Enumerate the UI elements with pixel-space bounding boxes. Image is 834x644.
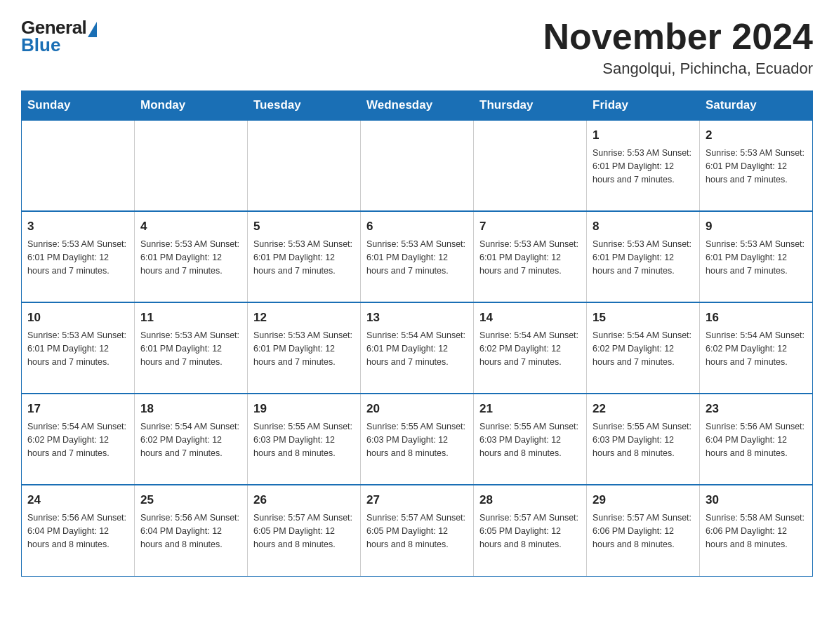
day-info: Sunrise: 5:56 AM Sunset: 6:04 PM Dayligh… xyxy=(140,511,241,552)
calendar-cell: 9Sunrise: 5:53 AM Sunset: 6:01 PM Daylig… xyxy=(700,211,813,302)
day-number: 30 xyxy=(706,491,807,509)
page-header: General Blue November 2024 Sangolqui, Pi… xyxy=(21,17,813,78)
day-info: Sunrise: 5:53 AM Sunset: 6:01 PM Dayligh… xyxy=(593,238,694,279)
day-number: 19 xyxy=(253,400,355,418)
calendar-cell: 14Sunrise: 5:54 AM Sunset: 6:02 PM Dayli… xyxy=(474,302,587,394)
calendar-cell: 17Sunrise: 5:54 AM Sunset: 6:02 PM Dayli… xyxy=(22,394,135,485)
day-number: 28 xyxy=(479,491,581,509)
day-number: 2 xyxy=(706,126,807,145)
day-info: Sunrise: 5:53 AM Sunset: 6:01 PM Dayligh… xyxy=(366,238,468,279)
week-row-0: 1Sunrise: 5:53 AM Sunset: 6:01 PM Daylig… xyxy=(22,120,813,211)
calendar-cell: 18Sunrise: 5:54 AM Sunset: 6:02 PM Dayli… xyxy=(135,394,248,485)
title-area: November 2024 Sangolqui, Pichincha, Ecua… xyxy=(543,17,813,78)
calendar-cell: 27Sunrise: 5:57 AM Sunset: 6:05 PM Dayli… xyxy=(361,485,474,576)
calendar-cell: 2Sunrise: 5:53 AM Sunset: 6:01 PM Daylig… xyxy=(700,120,813,211)
calendar-cell: 21Sunrise: 5:55 AM Sunset: 6:03 PM Dayli… xyxy=(474,394,587,485)
day-number: 7 xyxy=(479,217,581,236)
logo-triangle-icon xyxy=(88,22,97,37)
calendar-cell: 7Sunrise: 5:53 AM Sunset: 6:01 PM Daylig… xyxy=(474,211,587,302)
calendar-table: SundayMondayTuesdayWednesdayThursdayFrid… xyxy=(21,90,813,577)
day-number: 4 xyxy=(140,217,241,236)
day-info: Sunrise: 5:55 AM Sunset: 6:03 PM Dayligh… xyxy=(593,420,694,461)
day-info: Sunrise: 5:54 AM Sunset: 6:02 PM Dayligh… xyxy=(140,420,241,461)
calendar-cell: 23Sunrise: 5:56 AM Sunset: 6:04 PM Dayli… xyxy=(700,394,813,485)
day-number: 26 xyxy=(253,491,355,509)
calendar-cell: 13Sunrise: 5:54 AM Sunset: 6:01 PM Dayli… xyxy=(361,302,474,394)
day-info: Sunrise: 5:56 AM Sunset: 6:04 PM Dayligh… xyxy=(27,511,128,552)
calendar-cell xyxy=(361,120,474,211)
calendar-cell: 3Sunrise: 5:53 AM Sunset: 6:01 PM Daylig… xyxy=(22,211,135,302)
day-number: 16 xyxy=(706,309,807,327)
day-number: 24 xyxy=(27,491,128,509)
day-number: 23 xyxy=(706,400,807,418)
calendar-cell: 1Sunrise: 5:53 AM Sunset: 6:01 PM Daylig… xyxy=(587,120,700,211)
day-info: Sunrise: 5:57 AM Sunset: 6:06 PM Dayligh… xyxy=(593,511,694,552)
calendar-cell: 6Sunrise: 5:53 AM Sunset: 6:01 PM Daylig… xyxy=(361,211,474,302)
calendar-cell: 20Sunrise: 5:55 AM Sunset: 6:03 PM Dayli… xyxy=(361,394,474,485)
day-number: 12 xyxy=(253,309,355,327)
calendar-cell: 19Sunrise: 5:55 AM Sunset: 6:03 PM Dayli… xyxy=(248,394,361,485)
day-number: 21 xyxy=(479,400,581,418)
day-info: Sunrise: 5:53 AM Sunset: 6:01 PM Dayligh… xyxy=(593,147,694,187)
logo-blue-text: Blue xyxy=(21,36,60,54)
day-number: 25 xyxy=(140,491,241,509)
calendar-title: November 2024 xyxy=(543,17,813,57)
weekday-header-wednesday: Wednesday xyxy=(361,91,474,121)
day-info: Sunrise: 5:56 AM Sunset: 6:04 PM Dayligh… xyxy=(706,420,807,461)
day-info: Sunrise: 5:53 AM Sunset: 6:01 PM Dayligh… xyxy=(253,238,355,279)
week-row-4: 24Sunrise: 5:56 AM Sunset: 6:04 PM Dayli… xyxy=(22,485,813,576)
day-info: Sunrise: 5:55 AM Sunset: 6:03 PM Dayligh… xyxy=(366,420,468,461)
day-info: Sunrise: 5:55 AM Sunset: 6:03 PM Dayligh… xyxy=(479,420,581,461)
day-info: Sunrise: 5:58 AM Sunset: 6:06 PM Dayligh… xyxy=(706,511,807,552)
day-number: 5 xyxy=(253,217,355,236)
calendar-cell: 29Sunrise: 5:57 AM Sunset: 6:06 PM Dayli… xyxy=(587,485,700,576)
day-info: Sunrise: 5:53 AM Sunset: 6:01 PM Dayligh… xyxy=(140,329,241,370)
day-info: Sunrise: 5:53 AM Sunset: 6:01 PM Dayligh… xyxy=(479,238,581,279)
day-number: 27 xyxy=(366,491,468,509)
day-info: Sunrise: 5:55 AM Sunset: 6:03 PM Dayligh… xyxy=(253,420,355,461)
calendar-cell: 15Sunrise: 5:54 AM Sunset: 6:02 PM Dayli… xyxy=(587,302,700,394)
calendar-cell: 12Sunrise: 5:53 AM Sunset: 6:01 PM Dayli… xyxy=(248,302,361,394)
logo: General Blue xyxy=(21,17,97,54)
day-number: 29 xyxy=(593,491,694,509)
calendar-cell: 8Sunrise: 5:53 AM Sunset: 6:01 PM Daylig… xyxy=(587,211,700,302)
week-row-3: 17Sunrise: 5:54 AM Sunset: 6:02 PM Dayli… xyxy=(22,394,813,485)
calendar-cell: 25Sunrise: 5:56 AM Sunset: 6:04 PM Dayli… xyxy=(135,485,248,576)
calendar-cell: 10Sunrise: 5:53 AM Sunset: 6:01 PM Dayli… xyxy=(22,302,135,394)
calendar-cell: 26Sunrise: 5:57 AM Sunset: 6:05 PM Dayli… xyxy=(248,485,361,576)
day-info: Sunrise: 5:54 AM Sunset: 6:01 PM Dayligh… xyxy=(366,329,468,370)
calendar-cell: 22Sunrise: 5:55 AM Sunset: 6:03 PM Dayli… xyxy=(587,394,700,485)
day-number: 22 xyxy=(593,400,694,418)
day-number: 15 xyxy=(593,309,694,327)
day-info: Sunrise: 5:54 AM Sunset: 6:02 PM Dayligh… xyxy=(27,420,128,461)
day-number: 1 xyxy=(593,126,694,145)
day-number: 6 xyxy=(366,217,468,236)
day-number: 10 xyxy=(27,309,128,327)
day-info: Sunrise: 5:53 AM Sunset: 6:01 PM Dayligh… xyxy=(140,238,241,279)
day-info: Sunrise: 5:53 AM Sunset: 6:01 PM Dayligh… xyxy=(27,238,128,279)
day-number: 20 xyxy=(366,400,468,418)
calendar-cell xyxy=(22,120,135,211)
day-info: Sunrise: 5:54 AM Sunset: 6:02 PM Dayligh… xyxy=(706,329,807,370)
day-info: Sunrise: 5:57 AM Sunset: 6:05 PM Dayligh… xyxy=(479,511,581,552)
calendar-cell xyxy=(248,120,361,211)
weekday-header-tuesday: Tuesday xyxy=(248,91,361,121)
day-number: 11 xyxy=(140,309,241,327)
calendar-cell: 4Sunrise: 5:53 AM Sunset: 6:01 PM Daylig… xyxy=(135,211,248,302)
calendar-cell: 24Sunrise: 5:56 AM Sunset: 6:04 PM Dayli… xyxy=(22,485,135,576)
day-number: 9 xyxy=(706,217,807,236)
day-info: Sunrise: 5:54 AM Sunset: 6:02 PM Dayligh… xyxy=(479,329,581,370)
day-number: 3 xyxy=(27,217,128,236)
day-info: Sunrise: 5:53 AM Sunset: 6:01 PM Dayligh… xyxy=(253,329,355,370)
calendar-cell: 30Sunrise: 5:58 AM Sunset: 6:06 PM Dayli… xyxy=(700,485,813,576)
day-info: Sunrise: 5:57 AM Sunset: 6:05 PM Dayligh… xyxy=(366,511,468,552)
weekday-header-sunday: Sunday xyxy=(22,91,135,121)
calendar-subtitle: Sangolqui, Pichincha, Ecuador xyxy=(543,60,813,78)
day-number: 14 xyxy=(479,309,581,327)
weekday-header-monday: Monday xyxy=(135,91,248,121)
day-info: Sunrise: 5:54 AM Sunset: 6:02 PM Dayligh… xyxy=(593,329,694,370)
weekday-header-thursday: Thursday xyxy=(474,91,587,121)
weekday-header-row: SundayMondayTuesdayWednesdayThursdayFrid… xyxy=(22,91,813,121)
week-row-2: 10Sunrise: 5:53 AM Sunset: 6:01 PM Dayli… xyxy=(22,302,813,394)
day-info: Sunrise: 5:53 AM Sunset: 6:01 PM Dayligh… xyxy=(706,238,807,279)
